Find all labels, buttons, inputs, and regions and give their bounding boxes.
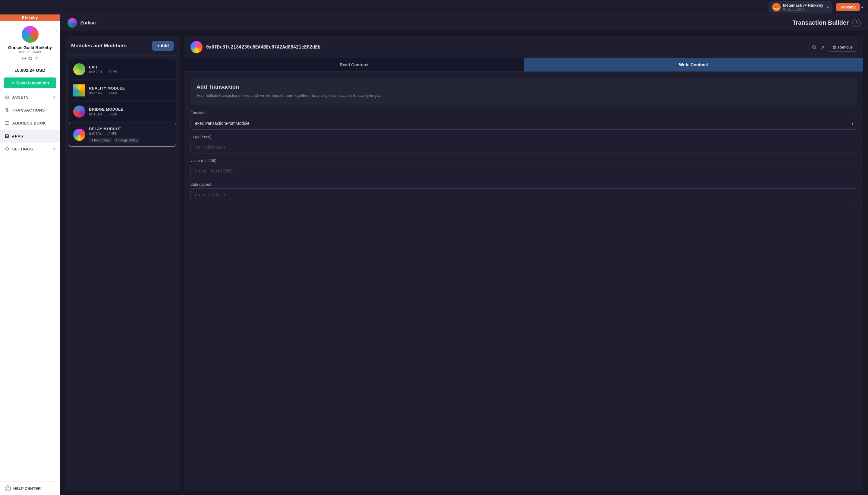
to-address-input[interactable] [190, 141, 857, 153]
delay-module-avatar [73, 129, 85, 141]
add-transaction-title: Add Transaction [196, 84, 851, 90]
transaction-builder-header: Transaction Builder 0 [785, 19, 868, 27]
module-item-exit[interactable]: EXIT 0x62C9...3195 [69, 59, 176, 79]
safe-name: Gnosis Guild Rinkeby [8, 45, 52, 50]
function-form-group: Function execTransactionFromModulesetTxN… [190, 110, 857, 130]
delay-module-address: 0xDfDc...2dEb [89, 132, 140, 136]
assets-icon: ◎ [5, 95, 9, 100]
add-transaction-description: Add multiple transactions here, and we w… [196, 92, 851, 99]
app-header: Zodiac Transaction Builder 0 [60, 15, 868, 31]
account-selector[interactable]: 🦊 Metamask @ Rinkeby 0x5Ebd...18d3 ▾ [768, 1, 832, 13]
value-input[interactable] [190, 165, 857, 177]
function-select-wrapper: execTransactionFromModulesetTxNonceenabl… [190, 117, 857, 130]
exit-module-name: EXIT [89, 65, 117, 69]
safe-balance: 16,002.24 USD [0, 65, 60, 75]
arrow-up-icon: ↗ [11, 81, 15, 85]
delay-module-info: DELAY MODULE 0xDfDc...2dEb 1 hour delay … [89, 126, 140, 142]
trash-icon: 🗑 [832, 45, 836, 49]
contract-body: Add Transaction Add multiple transaction… [185, 72, 863, 490]
contract-panel: 0xDfDc3fc2184230c6EA4BEc07A2Ad88421eE02d… [185, 36, 863, 490]
help-label: HELP CENTER [13, 486, 41, 491]
sidebar-network-badge: Rinkeby [0, 15, 60, 21]
apps-label: APPS [12, 134, 23, 138]
module-item-delay[interactable]: DELAY MODULE 0xDfDc...2dEb 1 hour delay … [69, 123, 176, 147]
delay-module-name: DELAY MODULE [89, 126, 140, 131]
sidebar-item-assets[interactable]: ◎ ASSETS ▾ [0, 91, 60, 104]
contract-actions: ⧉ ↗ 🗑 Remove [811, 43, 857, 52]
data-input[interactable] [190, 188, 857, 201]
bridge-module-name: BRIDGE MODULE [89, 107, 123, 112]
main-content: Zodiac Transaction Builder 0 Modules and… [60, 15, 868, 495]
tab-read-contract[interactable]: Read Contract [185, 58, 524, 71]
sidebar-collapse-icon[interactable]: › [56, 28, 57, 34]
assets-chevron-icon: ▾ [53, 95, 55, 100]
to-address-label: to (address) [190, 134, 857, 139]
sidebar-item-transactions[interactable]: ⇅ TRANSACTIONS [0, 104, 60, 117]
data-form-group: data (bytes) [190, 182, 857, 201]
exit-module-address: 0x62C9...3195 [89, 70, 117, 74]
sidebar-item-apps[interactable]: ⊞ APPS [0, 130, 60, 142]
sidebar-navigation: ◎ ASSETS ▾ ⇅ TRANSACTIONS ☰ ADDRESS BOOK [0, 91, 60, 481]
function-select[interactable]: execTransactionFromModulesetTxNonceenabl… [190, 117, 857, 130]
new-transaction-button[interactable]: ↗ New transaction [4, 78, 56, 88]
to-address-form-group: to (address) [190, 134, 857, 153]
contract-address: 0xDfDc3fc2184230c6EA4BEc07A2Ad88421eE02d… [206, 44, 808, 50]
reality-module-info: REALITY MODULE 0xdd46...7a6a [89, 86, 125, 95]
bridge-module-info: BRIDGE MODULE 0x13a0...C438 [89, 107, 123, 116]
reality-module-name: REALITY MODULE [89, 86, 125, 90]
safe-action-icons: ⊞ ⧉ ↗ [22, 55, 38, 61]
network-selector[interactable]: Rinkeby [836, 3, 860, 11]
network-label: Rinkeby [840, 5, 856, 9]
reality-module-address: 0xdd46...7a6a [89, 91, 125, 95]
remove-contract-button[interactable]: 🗑 Remove [828, 43, 857, 52]
external-link-icon[interactable]: ↗ [34, 55, 38, 61]
value-form-group: value (uint256) [190, 158, 857, 177]
apps-icon: ⊞ [5, 133, 9, 139]
sidebar-item-address-book[interactable]: ☰ ADDRESS BOOK [0, 117, 60, 130]
contract-tabs: Read Contract Write Contract [185, 58, 863, 72]
modules-panel-title: Modules and Modifiers [71, 43, 126, 49]
account-name: Metamask @ Rinkeby [783, 3, 823, 7]
account-chevron-icon: ▾ [827, 5, 829, 10]
module-item-bridge[interactable]: BRIDGE MODULE 0x13a0...C438 [69, 102, 176, 121]
app-layout: Rinkeby › Gnosis Guild Rinkeby 0x1017...… [0, 15, 868, 495]
grid-icon[interactable]: ⊞ [22, 55, 26, 61]
bridge-module-avatar [73, 105, 85, 118]
settings-chevron-icon: ▾ [53, 147, 55, 151]
zodiac-tab-label: Zodiac [80, 20, 96, 25]
delay-tag-2[interactable]: Change Delay [114, 138, 140, 142]
help-center-link[interactable]: ? HELP CENTER [0, 481, 60, 495]
sidebar-safe-info: › Gnosis Guild Rinkeby 0x1017...AAa9 ⊞ ⧉… [0, 21, 60, 65]
account-info: Metamask @ Rinkeby 0x5Ebd...18d3 [783, 3, 823, 11]
sidebar-item-settings[interactable]: ⚙ SETTINGS ▾ [0, 142, 60, 156]
address-book-icon: ☰ [5, 120, 9, 126]
bridge-module-address: 0x13a0...C438 [89, 112, 123, 116]
copy-icon[interactable]: ⧉ [28, 55, 32, 61]
app-tab-zodiac[interactable]: Zodiac [60, 15, 103, 31]
function-label: Function [190, 110, 857, 115]
safe-avatar [22, 26, 39, 43]
data-label: data (bytes) [190, 182, 857, 187]
transactions-label: TRANSACTIONS [12, 108, 45, 113]
modules-panel: Modules and Modifiers + Add EXIT 0x62C9.… [65, 36, 180, 490]
open-contract-external-button[interactable]: ↗ [819, 43, 826, 51]
contract-avatar [190, 41, 203, 53]
delay-module-tags: 1 hour delay Change Delay [89, 138, 140, 142]
delay-tag-1[interactable]: 1 hour delay [89, 138, 112, 142]
add-transaction-box: Add Transaction Add multiple transaction… [190, 78, 857, 105]
exit-module-info: EXIT 0x62C9...3195 [89, 65, 117, 74]
account-address: 0x5Ebd...18d3 [783, 7, 823, 11]
add-module-button[interactable]: + Add [152, 41, 174, 51]
settings-label: SETTINGS [12, 147, 33, 151]
transactions-icon: ⇅ [5, 107, 9, 113]
module-item-reality[interactable]: REALITY MODULE 0xdd46...7a6a [69, 81, 176, 100]
help-icon: ? [5, 485, 11, 491]
copy-contract-address-button[interactable]: ⧉ [811, 43, 817, 51]
tab-write-contract[interactable]: Write Contract [524, 58, 863, 71]
zodiac-avatar [68, 18, 77, 28]
metamask-icon: 🦊 [772, 3, 781, 12]
assets-label: ASSETS [12, 95, 29, 100]
content-area: Modules and Modifiers + Add EXIT 0x62C9.… [60, 31, 868, 495]
sidebar: Rinkeby › Gnosis Guild Rinkeby 0x1017...… [0, 15, 60, 495]
address-book-label: ADDRESS BOOK [12, 121, 46, 125]
